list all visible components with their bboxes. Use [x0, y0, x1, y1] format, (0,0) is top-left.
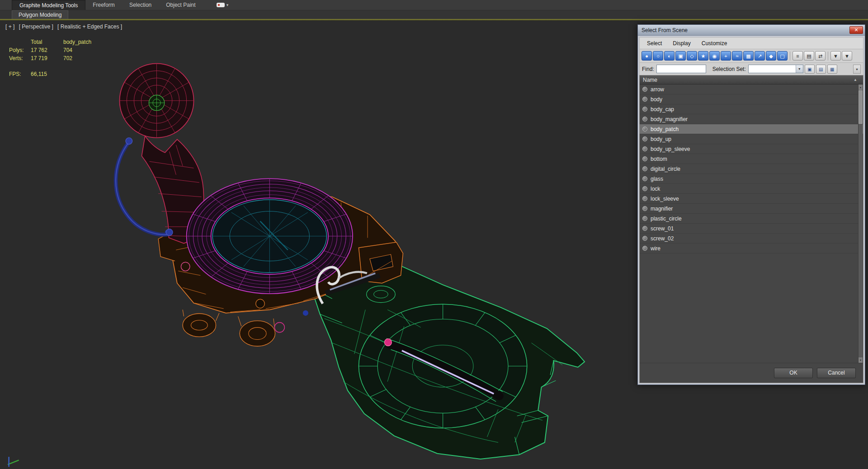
list-item-wire[interactable]: wire	[640, 244, 863, 253]
ribbon-tab-bar: Graphite Modeling ToolsFreeformSelection…	[0, 0, 868, 10]
ribbon-tab-freeform[interactable]: Freeform	[85, 0, 122, 10]
ribbon-tab-selection[interactable]: Selection	[122, 0, 159, 10]
list-item-arrow[interactable]: arrow	[640, 84, 863, 94]
list-item-body_up[interactable]: body_up	[640, 134, 863, 144]
display-none-icon[interactable]: ○	[653, 51, 663, 61]
list-item-digital_circle[interactable]: digital_circle	[640, 164, 863, 174]
display-helpers-icon[interactable]: +	[721, 51, 731, 61]
display-groups-icon[interactable]: ▦	[743, 51, 754, 61]
object-name-label: body	[651, 96, 662, 103]
list-item-plastic_circle[interactable]: plastic_circle	[640, 214, 863, 224]
display-spacewarps-icon[interactable]: ≈	[732, 51, 742, 61]
ribbon-tab-object-paint[interactable]: Object Paint	[159, 0, 203, 10]
list-item-bottom[interactable]: bottom	[640, 154, 863, 164]
object-name-label: lock_sleeve	[651, 196, 679, 202]
viewport-menu-pov[interactable]: [ Perspective ]	[19, 23, 53, 30]
list-scrollbar[interactable]: ▴ ▾	[858, 84, 863, 363]
close-button[interactable]: ✕	[849, 26, 863, 34]
list-item-lock_sleeve[interactable]: lock_sleeve	[640, 194, 863, 204]
combine-selections-button[interactable]: ▦	[827, 65, 837, 74]
edit-selection-set-button[interactable]: ▣	[805, 65, 815, 74]
dialog-menubar: SelectDisplayCustomize	[639, 37, 863, 49]
scroll-up-icon[interactable]: ▴	[859, 84, 863, 90]
object-name-label: screw_01	[651, 225, 674, 232]
viewport-menu-shading[interactable]: [ Realistic + Edged Faces ]	[57, 23, 122, 30]
display-xrefs-icon[interactable]: ↗	[755, 51, 765, 61]
application-window: Graphite Modeling ToolsFreeformSelection…	[0, 0, 868, 469]
display-details-icon[interactable]: ▤	[804, 51, 814, 61]
list-item-magnifier[interactable]: magnifier	[640, 204, 863, 214]
subtab-polygon-modeling[interactable]: Polygon Modeling	[12, 10, 68, 19]
object-name-label: bottom	[651, 156, 667, 162]
scene-object-bezel[interactable]	[187, 178, 353, 294]
more-options-button[interactable]: ▾	[853, 65, 861, 74]
object-type-icon	[642, 196, 647, 201]
viewport-statistics: Total body_patch Polys: 17 762 704 Verts…	[9, 38, 104, 78]
object-name-label: glass	[651, 176, 663, 182]
stats-selected-header: body_patch	[63, 38, 104, 46]
object-type-icon	[642, 246, 647, 251]
display-lights-icon[interactable]: ★	[698, 51, 708, 61]
list-item-body_patch[interactable]: body_patch	[640, 124, 863, 134]
object-type-icon	[642, 186, 647, 191]
find-input[interactable]	[656, 65, 706, 73]
list-item-body_cap[interactable]: body_cap	[640, 104, 863, 114]
display-cameras-icon[interactable]: ◉	[709, 51, 720, 61]
display-geometry-icon[interactable]: ▣	[675, 51, 686, 61]
stats-total-header: Total	[31, 38, 63, 46]
filter-icon[interactable]: ▼	[830, 51, 841, 61]
scene-list-panel: Name ▲ arrowbodybody_capbody_magnifierbo…	[639, 75, 863, 383]
display-shapes-icon[interactable]: ◇	[687, 51, 697, 61]
object-type-icon	[642, 176, 647, 181]
display-children-icon[interactable]: ≡	[793, 51, 803, 61]
selection-set-dropdown[interactable]: ▾	[748, 65, 803, 73]
stats-fps-label: FPS:	[9, 70, 31, 78]
menu-select[interactable]: Select	[642, 38, 667, 49]
object-type-icon	[642, 236, 647, 241]
ribbon-display-toggle-button[interactable]: ▾	[217, 0, 229, 10]
stats-spacer2	[63, 70, 104, 78]
selection-set-label: Selection Set:	[712, 66, 746, 72]
list-item-body[interactable]: body	[640, 94, 863, 104]
object-name-label: wire	[651, 245, 660, 252]
toolbar-separator	[828, 52, 828, 61]
menu-customize[interactable]: Customize	[696, 38, 733, 49]
filter-set-icon[interactable]: ▼	[842, 51, 852, 61]
menu-display[interactable]: Display	[667, 38, 696, 49]
ok-button[interactable]: OK	[774, 368, 813, 378]
list-item-screw_02[interactable]: screw_02	[640, 234, 863, 244]
column-header-name[interactable]: Name ▲	[640, 75, 863, 84]
chevron-down-icon[interactable]: ▾	[796, 65, 803, 73]
scroll-down-icon[interactable]: ▾	[859, 357, 863, 363]
display-containers-icon[interactable]: ▢	[777, 51, 788, 61]
chevron-down-icon: ▾	[226, 3, 229, 7]
display-all-icon[interactable]: ●	[642, 51, 652, 61]
list-item-screw_01[interactable]: screw_01	[640, 224, 863, 234]
find-label: Find:	[642, 66, 654, 72]
dialog-toolbar: ●○◐▣◇★◉+≈▦↗◆▢≡▤⇄▼▼	[639, 49, 863, 62]
dialog-frame: SelectDisplayCustomize ●○◐▣◇★◉+≈▦↗◆▢≡▤⇄▼…	[638, 36, 865, 385]
list-item-body_magnifier[interactable]: body_magnifier	[640, 114, 863, 124]
stats-polys-selected: 704	[63, 46, 104, 54]
list-item-body_up_sleeve[interactable]: body_up_sleeve	[640, 144, 863, 154]
viewport-menu-general[interactable]: [ + ]	[5, 23, 14, 30]
object-type-icon	[642, 97, 647, 102]
ribbon-tab-graphite-modeling-tools[interactable]: Graphite Modeling Tools	[12, 0, 85, 10]
scene-object-bottom-plate[interactable]	[311, 257, 585, 459]
scene-object-mirror[interactable]	[119, 64, 203, 244]
list-item-glass[interactable]: glass	[640, 174, 863, 184]
object-type-icon	[642, 136, 647, 141]
select-from-scene-dialog: Select From Scene ✕ SelectDisplayCustomi…	[637, 24, 865, 385]
object-type-icon	[642, 117, 647, 122]
scrollbar-thumb[interactable]	[859, 90, 863, 124]
cancel-button[interactable]: Cancel	[817, 368, 856, 378]
named-selections-button[interactable]: ▤	[816, 65, 826, 74]
display-invert-icon[interactable]: ◐	[664, 51, 675, 61]
display-bones-icon[interactable]: ◆	[766, 51, 776, 61]
sync-selection-icon[interactable]: ⇄	[815, 51, 826, 61]
list-item-lock[interactable]: lock	[640, 184, 863, 194]
object-name-label: body_patch	[651, 126, 679, 132]
sort-ascending-icon: ▲	[854, 75, 857, 84]
object-name-label: lock	[651, 186, 660, 192]
dialog-titlebar[interactable]: Select From Scene ✕	[638, 25, 865, 36]
